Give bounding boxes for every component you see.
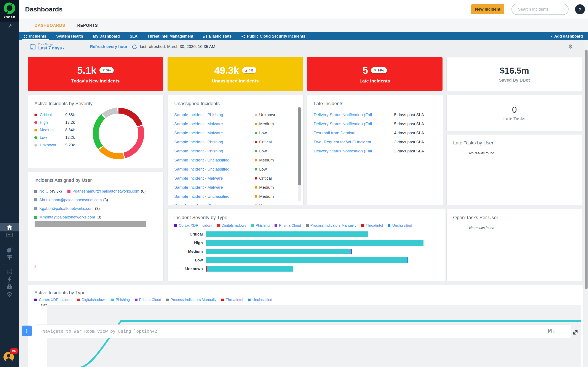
- kpi-unassigned-incidents[interactable]: 49.3k ▲4% Unassigned Incidents: [168, 57, 303, 91]
- tab-dashboards[interactable]: DASHBOARDS: [33, 18, 66, 32]
- nav-item-incidents[interactable]: Incidents: [19, 32, 51, 40]
- incident-link[interactable]: Sample Incident - Malware: [174, 122, 255, 126]
- legend-label[interactable]: Unknown: [40, 143, 65, 147]
- late-incidents-list: Delivery Status Notification (Fail…5 day…: [314, 110, 436, 156]
- incident-link[interactable]: Sample Incident - Malware: [174, 185, 255, 190]
- bar-critical[interactable]: [206, 231, 368, 237]
- tab-reports[interactable]: REPORTS: [76, 18, 99, 32]
- user-link[interactable]: No…: [39, 189, 48, 194]
- nav-item-my-dashboard[interactable]: My Dashboard: [88, 32, 125, 40]
- incident-link[interactable]: Sample Incident - Phishing: [174, 149, 255, 153]
- expand-icon[interactable]: [572, 329, 579, 335]
- kpi-todays-new-incidents[interactable]: 5.1k ▼3% Today's New Incidents: [28, 57, 163, 91]
- type-color-swatch: [217, 224, 220, 227]
- type-legend: Cortex XDR Incident Digitalshadows Phish…: [174, 224, 446, 228]
- playbook-book-icon[interactable]: [0, 268, 19, 276]
- search-box[interactable]: [511, 4, 569, 15]
- war-room-command-bar[interactable]: Navigate to War Room view by using `opti…: [35, 325, 571, 338]
- severity-donut-chart[interactable]: [93, 108, 144, 159]
- legend-item[interactable]: Unclassified: [248, 298, 272, 302]
- bar-high[interactable]: [206, 240, 424, 246]
- settings-gear-icon[interactable]: ⚙: [0, 291, 19, 298]
- notification-badge[interactable]: +99: [9, 348, 19, 354]
- legend-label[interactable]: Medium: [40, 128, 65, 132]
- legend-item[interactable]: Digitalshadows: [77, 298, 106, 302]
- reports-screen-icon[interactable]: [0, 231, 19, 239]
- legend-item[interactable]: Digitalshadows: [217, 224, 246, 228]
- legend-item[interactable]: Phishing: [251, 224, 269, 228]
- user-link[interactable]: Mmohta@paloaltonetworks.com: [39, 215, 95, 220]
- incident-link[interactable]: Sample Incident - Malware: [174, 176, 255, 181]
- refresh-icon[interactable]: [132, 44, 137, 49]
- incident-link[interactable]: Sample Incident - Phishing: [174, 140, 255, 144]
- legend-label[interactable]: Critical: [40, 113, 65, 117]
- date-range-selector[interactable]: Last 7 days ▾: [38, 46, 64, 50]
- kpi-value: 5: [363, 65, 368, 76]
- incident-link[interactable]: Sample Incident - Unclassified: [174, 158, 255, 163]
- kpi-saved-by-dbot[interactable]: $16.5m Saved By DBot: [446, 57, 582, 91]
- jobs-briefcase-icon[interactable]: [0, 283, 19, 291]
- legend-item: Kgabor@paloaltonetworks.com(3): [34, 204, 100, 213]
- automation-lightning-icon[interactable]: [0, 276, 19, 283]
- search-input[interactable]: [518, 7, 562, 12]
- pin-icon[interactable]: [0, 22, 19, 30]
- incident-link[interactable]: Delivery Status Notification (Fail…: [314, 149, 394, 153]
- legend-item[interactable]: Unclassified: [388, 224, 412, 228]
- incident-link[interactable]: Test mail from Demisto: [314, 131, 394, 135]
- legend-label[interactable]: Low: [40, 135, 65, 140]
- refresh-interval-link[interactable]: Refresh every hour: [90, 44, 127, 49]
- page-scrollbar-thumb[interactable]: [585, 50, 588, 289]
- calendar-icon[interactable]: [30, 44, 36, 50]
- legend-item[interactable]: Cortex XDR Incident: [34, 298, 72, 302]
- nav-item-elastic-stats[interactable]: Elastic stats: [198, 32, 236, 40]
- list-scrollbar[interactable]: [298, 107, 301, 201]
- incidents-bomb-icon[interactable]: [0, 246, 19, 253]
- nav-item-threat-intel[interactable]: Threat Intel Management: [142, 32, 198, 40]
- markdown-icon[interactable]: M↓: [548, 329, 556, 334]
- legend-item[interactable]: Prisma Cloud: [135, 298, 161, 302]
- user-color-swatch: [34, 216, 37, 219]
- panel-title: Late Incidents: [307, 95, 443, 106]
- bar-medium[interactable]: [206, 249, 351, 254]
- bar-low[interactable]: [206, 257, 407, 263]
- dashboard-nav-bar: Incidents System Health My Dashboard SLA…: [19, 32, 588, 40]
- nav-item-public-cloud[interactable]: Public Cloud Security Incidents: [236, 32, 310, 40]
- legend-item[interactable]: Cortex XDR Incident: [174, 224, 212, 228]
- help-button[interactable]: ?: [575, 4, 585, 14]
- scrollbar-thumb[interactable]: [298, 107, 301, 185]
- incident-link[interactable]: Delivery Status Notification (Fail…: [314, 122, 394, 126]
- user-link[interactable]: Pganeshamurt@paloaltonetworks.com: [72, 189, 139, 194]
- legend-item[interactable]: Threatintel: [361, 224, 383, 228]
- incident-link[interactable]: Fwd: Request for Wi-Fi Incident …: [314, 140, 394, 144]
- legend-label[interactable]: High: [40, 120, 65, 125]
- legend-item[interactable]: Prisma Cloud: [275, 224, 301, 228]
- legend-item[interactable]: Threatintel: [221, 298, 243, 302]
- home-icon[interactable]: [0, 224, 19, 231]
- incident-link[interactable]: Sample Incident - Malware: [174, 131, 255, 135]
- user-link[interactable]: Abrinkmann@paloaltonetworks.com: [39, 198, 102, 202]
- nav-item-system-health[interactable]: System Health: [51, 32, 88, 40]
- dashboard-settings-gear-icon[interactable]: ⚙: [568, 44, 573, 50]
- assigned-bar-no-owner[interactable]: [35, 221, 146, 227]
- user-color-swatch: [34, 190, 37, 193]
- panel-title: Open Tasks Per User: [447, 209, 582, 220]
- kpi-late-incidents[interactable]: 5 ▼99% Late Incidents: [307, 57, 442, 91]
- incident-link[interactable]: Delivery Status Notification (Fail…: [314, 112, 394, 117]
- bar-unknown[interactable]: [207, 266, 293, 272]
- new-incident-button[interactable]: New Incident: [471, 4, 504, 14]
- legend-item[interactable]: Process Indicators Manually: [306, 224, 356, 228]
- legend-item[interactable]: Process Indicators Manually: [166, 298, 216, 302]
- nav-item-sla[interactable]: SLA: [125, 32, 142, 40]
- incident-link[interactable]: Sample Incident - Unclassified: [174, 167, 255, 172]
- severity-dot: [255, 132, 257, 134]
- kpi-label: Late Incidents: [360, 78, 390, 83]
- legend-item[interactable]: Phishing: [111, 298, 130, 302]
- incident-link[interactable]: Sample Incident - Unclassified: [174, 194, 255, 199]
- xsoar-logo[interactable]: XSOAR: [0, 0, 19, 22]
- add-dashboard-button[interactable]: ▼ Add dashboard: [545, 32, 588, 40]
- incident-link[interactable]: Sample Incident - Phishing: [174, 112, 255, 117]
- user-link[interactable]: Kgabor@paloaltonetworks.com: [39, 206, 93, 211]
- incident-link[interactable]: Sample Incident - Phishing: [174, 203, 255, 205]
- signpost-icon[interactable]: [0, 254, 19, 261]
- war-room-alert-icon[interactable]: !: [22, 325, 32, 336]
